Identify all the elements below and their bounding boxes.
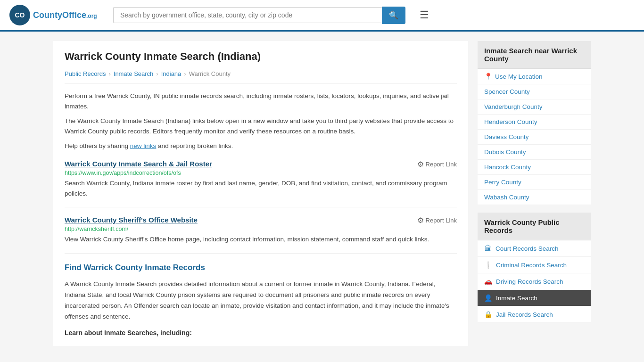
breadcrumb-public-records[interactable]: Public Records bbox=[65, 70, 106, 77]
county-link-1[interactable]: Vanderburgh County bbox=[478, 99, 591, 114]
list-item: Perry County bbox=[478, 175, 591, 190]
record-link-3[interactable]: 👤 Inmate Search bbox=[478, 290, 591, 306]
sidebar-inmate-header: Inmate Search near Warrick County bbox=[478, 41, 591, 69]
breadcrumb: Public Records › Inmate Search › Indiana… bbox=[65, 70, 457, 83]
svg-text:CO: CO bbox=[15, 11, 25, 19]
link-url-1: http://warricksheriff.com/ bbox=[65, 226, 457, 232]
link-title-1[interactable]: Warrick County Sheriff's Office Website bbox=[65, 216, 198, 224]
use-my-location-label: Use My Location bbox=[495, 73, 543, 80]
link-entry-0: ⚙ Report Link Warrick County Inmate Sear… bbox=[65, 160, 457, 207]
intro-text-2: The Warrick County Inmate Search (Indian… bbox=[65, 116, 457, 136]
intro-text-1: Perform a free Warrick County, IN public… bbox=[65, 91, 457, 111]
page-title: Warrick County Inmate Search (Indiana) bbox=[65, 50, 457, 63]
find-title: Find Warrick County Inmate Records bbox=[65, 263, 457, 272]
link-url-0: https://www.in.gov/apps/indcorrection/of… bbox=[65, 170, 457, 176]
jail-icon: 🔒 bbox=[484, 311, 492, 318]
list-item: Henderson County bbox=[478, 115, 591, 130]
county-link-7[interactable]: Wabash County bbox=[478, 190, 591, 205]
record-link-0[interactable]: 🏛 Court Records Search bbox=[478, 240, 591, 256]
search-input[interactable] bbox=[113, 7, 382, 23]
sidebar-public-records-header: Warrick County Public Records bbox=[478, 213, 591, 240]
content-area: Warrick County Inmate Search (Indiana) P… bbox=[53, 41, 468, 346]
sidebar: Inmate Search near Warrick County 📍 Use … bbox=[478, 41, 591, 346]
main-container: Warrick County Inmate Search (Indiana) P… bbox=[44, 32, 600, 355]
court-icon: 🏛 bbox=[484, 245, 492, 252]
record-link-2[interactable]: 🚗 Driving Records Search bbox=[478, 273, 591, 289]
find-section: Find Warrick County Inmate Records A War… bbox=[65, 263, 457, 337]
list-item: 🚗 Driving Records Search bbox=[478, 273, 591, 290]
county-link-4[interactable]: Dubois County bbox=[478, 145, 591, 159]
use-my-location[interactable]: 📍 Use My Location bbox=[478, 69, 591, 84]
list-item-active: 👤 Inmate Search bbox=[478, 290, 591, 306]
public-records-list: 🏛 Court Records Search ❕ Criminal Record… bbox=[478, 240, 591, 323]
logo-area: CO CountyOffice.org bbox=[9, 5, 104, 25]
sidebar-public-records-section: Warrick County Public Records 🏛 Court Re… bbox=[478, 213, 591, 323]
list-item: Dubois County bbox=[478, 145, 591, 160]
search-button[interactable]: 🔍 bbox=[382, 7, 405, 24]
breadcrumb-inmate-search[interactable]: Inmate Search bbox=[114, 70, 154, 77]
list-item: Spencer County bbox=[478, 84, 591, 99]
link-desc-0: Search Warrick County, Indiana inmate ro… bbox=[65, 178, 457, 198]
breadcrumb-indiana[interactable]: Indiana bbox=[161, 70, 182, 77]
new-links-link[interactable]: new links bbox=[130, 142, 157, 149]
link-title-0[interactable]: Warrick County Inmate Search & Jail Rost… bbox=[65, 160, 212, 168]
county-link-2[interactable]: Henderson County bbox=[478, 115, 591, 129]
nearby-counties-list: Spencer County Vanderburgh County Hender… bbox=[478, 84, 591, 205]
list-item: Hancock County bbox=[478, 160, 591, 175]
learn-title: Learn about Inmate Searches, including: bbox=[65, 329, 457, 337]
report-link-0[interactable]: ⚙ Report Link bbox=[417, 160, 457, 169]
list-item: ❕ Criminal Records Search bbox=[478, 257, 591, 273]
list-item: Wabash County bbox=[478, 190, 591, 205]
list-item: 🏛 Court Records Search bbox=[478, 240, 591, 257]
logo-text: CountyOffice.org bbox=[33, 10, 97, 20]
site-header: CO CountyOffice.org 🔍 ☰ bbox=[0, 0, 644, 32]
inmate-icon: 👤 bbox=[484, 294, 492, 302]
county-link-6[interactable]: Perry County bbox=[478, 175, 591, 189]
list-item: 🔒 Jail Records Search bbox=[478, 306, 591, 323]
driving-icon: 🚗 bbox=[484, 278, 492, 285]
sidebar-inmate-search-section: Inmate Search near Warrick County 📍 Use … bbox=[478, 41, 591, 205]
menu-button[interactable]: ☰ bbox=[420, 9, 429, 21]
breadcrumb-current: Warrick County bbox=[189, 70, 231, 77]
find-text: A Warrick County Inmate Search provides … bbox=[65, 279, 457, 322]
list-item: Daviess County bbox=[478, 130, 591, 145]
report-link-1[interactable]: ⚙ Report Link bbox=[417, 216, 457, 225]
record-link-1[interactable]: ❕ Criminal Records Search bbox=[478, 257, 591, 273]
list-item: Vanderburgh County bbox=[478, 99, 591, 115]
logo-icon: CO bbox=[9, 5, 30, 25]
location-pin-icon: 📍 bbox=[484, 73, 492, 80]
link-entry-1: ⚙ Report Link Warrick County Sheriff's O… bbox=[65, 216, 457, 254]
link-desc-1: View Warrick County Sheriff's Office hom… bbox=[65, 234, 457, 245]
county-link-5[interactable]: Hancock County bbox=[478, 160, 591, 174]
intro-text-3: Help others by sharing new links and rep… bbox=[65, 141, 457, 151]
search-bar: 🔍 bbox=[113, 7, 405, 24]
criminal-icon: ❕ bbox=[484, 261, 492, 269]
county-link-0[interactable]: Spencer County bbox=[478, 84, 591, 99]
county-link-3[interactable]: Daviess County bbox=[478, 130, 591, 144]
record-link-4[interactable]: 🔒 Jail Records Search bbox=[478, 306, 591, 322]
